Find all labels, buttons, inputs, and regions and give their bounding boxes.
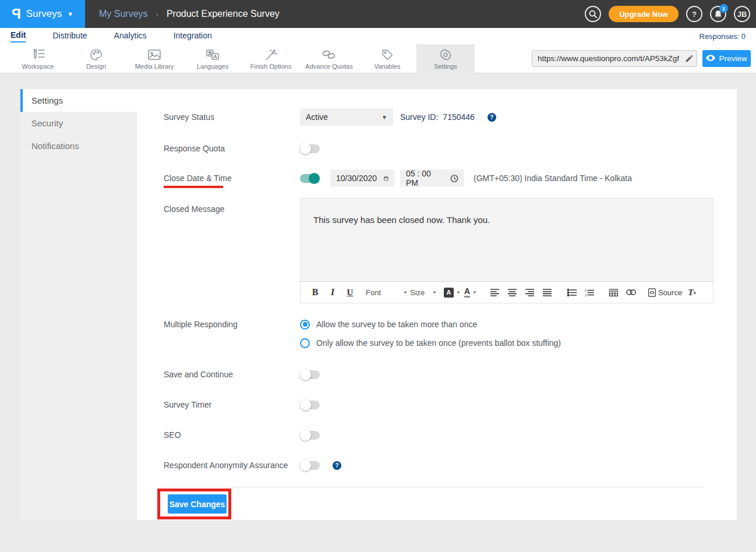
response-quota-toggle[interactable] (300, 144, 320, 153)
toolbar-item-languages[interactable]: Languages (183, 44, 242, 73)
row-response-quota: Response Quota (164, 143, 722, 154)
tab-edit[interactable]: Edit (10, 30, 26, 43)
row-survey-status: Survey Status Active ▼ Survey ID: 715044… (164, 108, 722, 126)
sidebar-item-settings[interactable]: Settings (20, 89, 137, 112)
save-and-continue-toggle[interactable] (300, 370, 320, 379)
questionpro-logo-icon: P (12, 7, 21, 21)
calendar-icon (384, 174, 388, 183)
respondent-anonymity-help-icon[interactable]: ? (333, 461, 341, 470)
header-actions: Upgrade Now ? 1 JB (585, 0, 750, 28)
breadcrumb-current-survey: Product Experience Survey (167, 9, 280, 19)
align-center-icon[interactable] (505, 285, 520, 300)
finish-options-wand-icon (264, 48, 278, 61)
closed-message-label: Closed Message (164, 204, 300, 214)
row-save-and-continue: Save and Continue (164, 369, 722, 380)
toolbar-item-settings[interactable]: Settings (416, 44, 475, 73)
survey-url-input[interactable] (532, 54, 681, 63)
survey-tab-bar: Edit Distribute Analytics Integration Re… (0, 28, 756, 44)
source-button[interactable]: Source (648, 285, 682, 300)
edit-url-pencil-icon[interactable] (681, 55, 697, 63)
tab-integration[interactable]: Integration (174, 31, 212, 42)
sidebar-item-security[interactable]: Security (20, 112, 137, 135)
close-date-input[interactable]: 10/30/2020 (330, 169, 394, 187)
row-multiple-responding: Multiple Responding Allow the survey to … (164, 319, 722, 330)
search-icon[interactable] (585, 6, 601, 22)
closed-message-editor: This survey has been closed now. Thank y… (300, 198, 713, 303)
sidebar-item-notifications[interactable]: Notifications (20, 135, 137, 157)
align-left-icon[interactable] (487, 285, 503, 300)
row-seo: SEO (164, 430, 722, 440)
underline-icon[interactable]: U (342, 285, 358, 300)
toolbar-item-design[interactable]: Design (67, 44, 125, 73)
toolbar-item-media-library[interactable]: Media Library (125, 44, 183, 73)
survey-timer-toggle[interactable] (300, 401, 320, 409)
survey-id-help-icon[interactable]: ? (487, 113, 496, 122)
bulleted-list-icon[interactable] (564, 285, 580, 300)
align-justify-icon[interactable] (540, 285, 555, 300)
insert-link-icon[interactable] (624, 285, 639, 300)
multiple-responding-label: Multiple Responding (164, 320, 300, 329)
red-annotation-underline (164, 186, 223, 188)
breadcrumb: My Surveys › Product Experience Survey (99, 9, 280, 19)
chevron-down-icon: ▼ (67, 10, 73, 17)
respondent-anonymity-label: Respondent Anonymity Assurance (164, 461, 300, 470)
design-palette-icon (89, 48, 103, 61)
remove-format-icon[interactable]: Tx (684, 285, 700, 300)
tab-distribute[interactable]: Distribute (52, 31, 87, 42)
background-color-icon[interactable]: A ▼ (444, 285, 461, 300)
numbered-list-icon[interactable]: 12 (582, 285, 597, 300)
tab-analytics[interactable]: Analytics (114, 31, 147, 42)
toolbar-items: Workspace Design (9, 44, 475, 73)
chevron-down-icon: ▼ (403, 290, 408, 295)
respondent-anonymity-toggle[interactable] (300, 461, 320, 470)
bold-icon[interactable]: B (308, 285, 323, 300)
timezone-text: (GMT+05:30) India Standard Time - Kolkat… (474, 174, 632, 183)
advance-quotas-link-icon (322, 48, 337, 61)
closed-message-textarea[interactable]: This survey has been closed now. Thank y… (301, 199, 713, 281)
languages-icon (205, 48, 220, 61)
eye-icon (706, 54, 715, 63)
preview-button[interactable]: Preview (702, 50, 751, 67)
media-library-icon (147, 48, 162, 61)
notification-badge: 1 (719, 4, 728, 13)
save-changes-button[interactable]: Save Changes (168, 494, 227, 514)
breadcrumb-separator-icon: › (156, 10, 158, 19)
font-dropdown[interactable]: Font ▼ (366, 285, 408, 300)
upgrade-now-button[interactable]: Upgrade Now (609, 6, 679, 22)
survey-id-label: Survey ID: (400, 112, 438, 122)
survey-status-label: Survey Status (164, 112, 300, 122)
red-annotation-box: Save Changes (157, 489, 231, 519)
chevron-down-icon: ▼ (381, 114, 387, 121)
settings-gear-icon (439, 48, 453, 61)
close-date-time-label: Close Date & Time (164, 174, 300, 183)
toolbar-item-workspace[interactable]: Workspace (9, 44, 67, 73)
insert-table-icon[interactable] (606, 285, 621, 300)
close-date-time-toggle[interactable] (300, 174, 320, 183)
radio-take-once-only[interactable] (300, 338, 310, 348)
rich-text-toolbar: B I U Font ▼ Size ▼ A ▼ A ▼ (301, 281, 713, 303)
survey-status-select[interactable]: Active ▼ (300, 108, 393, 126)
seo-label: SEO (164, 430, 300, 440)
response-quota-label: Response Quota (164, 144, 300, 153)
radio-take-more-than-once[interactable] (300, 320, 310, 330)
avatar[interactable]: JB (734, 6, 750, 22)
product-switcher[interactable]: P Surveys ▼ (0, 0, 85, 28)
top-header: P Surveys ▼ My Surveys › Product Experie… (0, 0, 756, 28)
seo-toggle[interactable] (300, 431, 320, 440)
toolbar-item-advance-quotas[interactable]: Advance Quotas (300, 44, 358, 73)
row-respondent-anonymity: Respondent Anonymity Assurance ? (164, 460, 722, 470)
responses-count: Responses: 0 (700, 32, 746, 41)
breadcrumb-my-surveys[interactable]: My Surveys (99, 9, 148, 19)
italic-icon[interactable]: I (325, 285, 340, 300)
toolbar-item-variables[interactable]: Variables (358, 44, 416, 73)
size-dropdown[interactable]: Size ▼ (410, 285, 437, 300)
notifications-bell-icon[interactable]: 1 (710, 6, 726, 22)
form-divider (164, 487, 703, 487)
toolbar-item-finish-options[interactable]: Finish Options (242, 44, 300, 73)
close-time-input[interactable]: 05 : 00 PM (400, 169, 464, 187)
help-icon[interactable]: ? (686, 6, 702, 22)
text-color-icon[interactable]: A ▼ (463, 285, 478, 300)
clock-icon (450, 174, 458, 183)
app-window: P Surveys ▼ My Surveys › Product Experie… (0, 0, 756, 552)
align-right-icon[interactable] (522, 285, 538, 300)
